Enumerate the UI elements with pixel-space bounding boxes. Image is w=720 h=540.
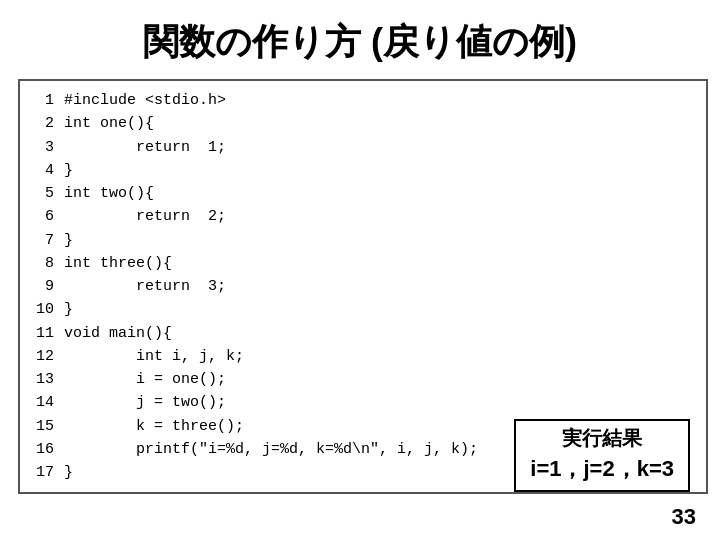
line-code: int three(){ [64,252,172,275]
line-number: 6 [32,205,54,228]
line-number: 9 [32,275,54,298]
line-code: return 1; [64,136,226,159]
line-code: j = two(); [64,391,226,414]
line-number: 10 [32,298,54,321]
line-code: return 3; [64,275,226,298]
line-code: int one(){ [64,112,154,135]
table-row: 4} [32,159,694,182]
table-row: 3 return 1; [32,136,694,159]
line-code: int two(){ [64,182,154,205]
page-number: 33 [672,504,696,530]
table-row: 2int one(){ [32,112,694,135]
table-row: 14 j = two(); [32,391,694,414]
line-code: } [64,159,73,182]
line-number: 8 [32,252,54,275]
page-title: 関数の作り方 (戻り値の例) [0,0,720,79]
result-label: 実行結果 [530,425,674,452]
table-row: 7} [32,229,694,252]
table-row: 9 return 3; [32,275,694,298]
line-number: 12 [32,345,54,368]
line-number: 7 [32,229,54,252]
line-code: } [64,461,73,484]
result-value: i=1，j=2，k=3 [530,454,674,484]
result-box: 実行結果 i=1，j=2，k=3 [514,419,690,492]
line-code: printf("i=%d, j=%d, k=%d\n", i, j, k); [64,438,478,461]
line-code: void main(){ [64,322,172,345]
line-number: 16 [32,438,54,461]
table-row: 5int two(){ [32,182,694,205]
line-number: 11 [32,322,54,345]
line-number: 2 [32,112,54,135]
table-row: 8int three(){ [32,252,694,275]
table-row: 12 int i, j, k; [32,345,694,368]
table-row: 1#include <stdio.h> [32,89,694,112]
line-number: 5 [32,182,54,205]
line-code: #include <stdio.h> [64,89,226,112]
line-code: int i, j, k; [64,345,244,368]
table-row: 10} [32,298,694,321]
line-code: return 2; [64,205,226,228]
line-number: 14 [32,391,54,414]
line-code: k = three(); [64,415,244,438]
line-number: 4 [32,159,54,182]
line-number: 1 [32,89,54,112]
line-number: 15 [32,415,54,438]
table-row: 13 i = one(); [32,368,694,391]
line-code: } [64,298,73,321]
table-row: 11void main(){ [32,322,694,345]
line-code: } [64,229,73,252]
line-code: i = one(); [64,368,226,391]
line-number: 13 [32,368,54,391]
line-number: 3 [32,136,54,159]
line-number: 17 [32,461,54,484]
table-row: 6 return 2; [32,205,694,228]
